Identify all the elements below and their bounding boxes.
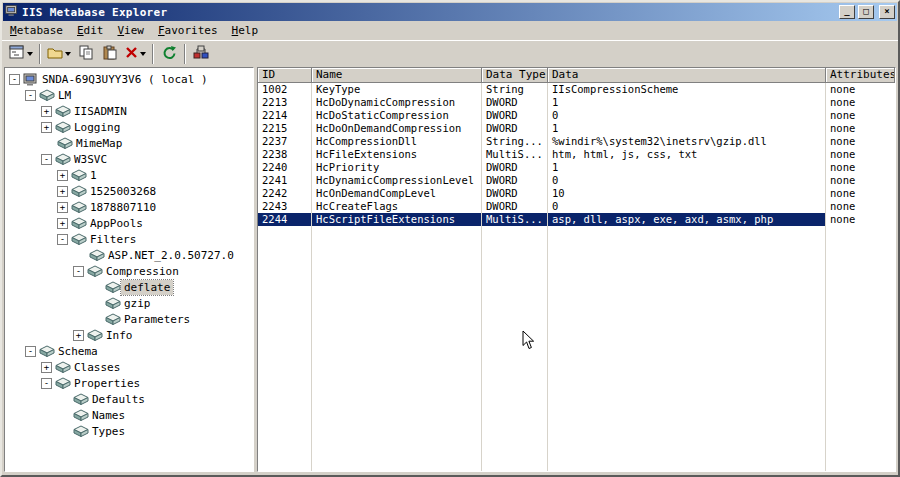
expand-toggle-icon[interactable]: + [41, 122, 52, 133]
cell-name: HcDynamicCompressionLevel [312, 174, 482, 187]
table-body: 1002KeyTypeStringIIsCompressionSchemenon… [258, 83, 895, 471]
column-header-attributes[interactable]: Attributes [826, 68, 895, 83]
collapse-toggle-icon[interactable]: - [41, 378, 52, 389]
expand-toggle-icon[interactable]: + [57, 186, 68, 197]
expand-toggle-icon[interactable]: + [57, 202, 68, 213]
delete-button[interactable] [122, 43, 149, 65]
metabase-key-icon [55, 377, 71, 389]
table-row[interactable]: 2243HcCreateFlagsDWORD0none [258, 200, 895, 213]
table-row[interactable]: 2213HcDoDynamicCompressionDWORD1none [258, 96, 895, 109]
metabase-key-icon [71, 217, 87, 229]
table-row[interactable]: 2238HcFileExtensionsMultiS...htm, html, … [258, 148, 895, 161]
expand-toggle-icon[interactable]: + [57, 170, 68, 181]
table-row[interactable]: 2242HcOnDemandCompLevelDWORD10none [258, 187, 895, 200]
tree-item-mimemap[interactable]: MimeMap [5, 135, 253, 151]
maximize-button[interactable]: □ [858, 5, 874, 19]
tree-item-deflate[interactable]: deflate [5, 279, 253, 295]
table-row[interactable]: 2237HcCompressionDllString...%windir%\sy… [258, 135, 895, 148]
tree-item-lm[interactable]: -LM [5, 87, 253, 103]
paste-button[interactable] [98, 43, 122, 65]
table-row[interactable]: 2240HcPriorityDWORD1none [258, 161, 895, 174]
column-header-data[interactable]: Data [548, 68, 826, 83]
table-row[interactable]: 2215HcDoOnDemandCompressionDWORD1none [258, 122, 895, 135]
tree-item-iisadmin[interactable]: +IISADMIN [5, 103, 253, 119]
table-row[interactable]: 2244HcScriptFileExtensionsMultiS...asp, … [258, 213, 895, 226]
tree-item-label: Logging [71, 120, 123, 135]
tree-item-asp-net-2-0-50727-0[interactable]: ASP.NET_2.0.50727.0 [5, 247, 253, 263]
cell-name: HcDoOnDemandCompression [312, 122, 482, 135]
connect-machine-button[interactable] [189, 43, 213, 65]
collapse-toggle-icon[interactable]: - [25, 346, 36, 357]
expand-toggle-icon[interactable]: + [73, 330, 84, 341]
tree-item-schema[interactable]: -Schema [5, 343, 253, 359]
tree-item-properties[interactable]: -Properties [5, 375, 253, 391]
metabase-key-icon [55, 361, 71, 373]
menu-view[interactable]: View [110, 22, 151, 39]
tree-item-apppools[interactable]: +AppPools [5, 215, 253, 231]
tree-item-1878807110[interactable]: +1878807110 [5, 199, 253, 215]
close-button[interactable]: × [879, 5, 895, 19]
metabase-key-icon [89, 249, 105, 261]
collapse-toggle-icon[interactable]: - [73, 266, 84, 277]
new-key-icon [47, 45, 63, 63]
cell-data-type: DWORD [482, 96, 548, 109]
tree-item-names[interactable]: Names [5, 407, 253, 423]
main-area: -SNDA-69Q3UYY3V6 ( local )-LM+IISADMIN+L… [2, 67, 898, 475]
tree-item-label: 1525003268 [87, 184, 159, 199]
computer-icon [23, 73, 39, 86]
cell-id: 2244 [258, 213, 312, 226]
tree-item-1[interactable]: +1 [5, 167, 253, 183]
tree-item-snda-69q3uyy3v6-local[interactable]: -SNDA-69Q3UYY3V6 ( local ) [5, 71, 253, 87]
cell-attributes: none [826, 174, 895, 187]
cell-attributes: none [826, 83, 895, 96]
copy-button[interactable] [74, 43, 98, 65]
metabase-key-icon [71, 185, 87, 197]
tree-item-label: MimeMap [73, 136, 125, 151]
collapse-toggle-icon[interactable]: - [41, 154, 52, 165]
tree-item-types[interactable]: Types [5, 423, 253, 439]
table-row[interactable]: 2214HcDoStaticCompressionDWORD0none [258, 109, 895, 122]
menu-metabase[interactable]: Metabase [3, 22, 70, 39]
tree-item-label: Types [89, 424, 128, 439]
tree-item-classes[interactable]: +Classes [5, 359, 253, 375]
cell-name: HcPriority [312, 161, 482, 174]
title-bar[interactable]: IIS Metabase Explorer _ □ × [3, 3, 897, 21]
column-header-name[interactable]: Name [312, 68, 482, 83]
toolbar [2, 40, 898, 67]
refresh-button[interactable] [157, 43, 181, 65]
cell-data-type: DWORD [482, 200, 548, 213]
column-separator [825, 83, 826, 471]
expand-toggle-icon[interactable]: + [41, 362, 52, 373]
tree-item-filters[interactable]: -Filters [5, 231, 253, 247]
tree-item-defaults[interactable]: Defaults [5, 391, 253, 407]
tree-item-info[interactable]: +Info [5, 327, 253, 343]
collapse-toggle-icon[interactable]: - [57, 234, 68, 245]
table-row[interactable]: 1002KeyTypeStringIIsCompressionSchemenon… [258, 83, 895, 96]
tree-item-compression[interactable]: -Compression [5, 263, 253, 279]
menu-help[interactable]: Help [225, 22, 266, 39]
cell-attributes: none [826, 187, 895, 200]
tree-item-w3svc[interactable]: -W3SVC [5, 151, 253, 167]
minimize-button[interactable]: _ [839, 5, 855, 19]
new-key-button[interactable] [44, 43, 74, 65]
cell-data-type: DWORD [482, 122, 548, 135]
menu-edit[interactable]: Edit [70, 22, 111, 39]
cell-name: HcOnDemandCompLevel [312, 187, 482, 200]
table-row[interactable]: 2241HcDynamicCompressionLevelDWORD0none [258, 174, 895, 187]
column-header-id[interactable]: ID [258, 68, 312, 83]
tree-item-logging[interactable]: +Logging [5, 119, 253, 135]
metabase-key-icon [55, 153, 71, 165]
tree-item-1525003268[interactable]: +1525003268 [5, 183, 253, 199]
tree-item-label: IISADMIN [71, 104, 130, 119]
collapse-toggle-icon[interactable]: - [9, 74, 20, 85]
collapse-toggle-icon[interactable]: - [25, 90, 36, 101]
metabase-key-icon [55, 105, 71, 117]
column-header-data-type[interactable]: Data Type [482, 68, 548, 83]
toolbar-separator [184, 44, 186, 64]
tree-view-dropdown-button[interactable] [6, 43, 36, 65]
expand-toggle-icon[interactable]: + [57, 218, 68, 229]
tree-item-gzip[interactable]: gzip [5, 295, 253, 311]
menu-favorites[interactable]: Favorites [151, 22, 225, 39]
tree-item-parameters[interactable]: Parameters [5, 311, 253, 327]
expand-toggle-icon[interactable]: + [41, 106, 52, 117]
